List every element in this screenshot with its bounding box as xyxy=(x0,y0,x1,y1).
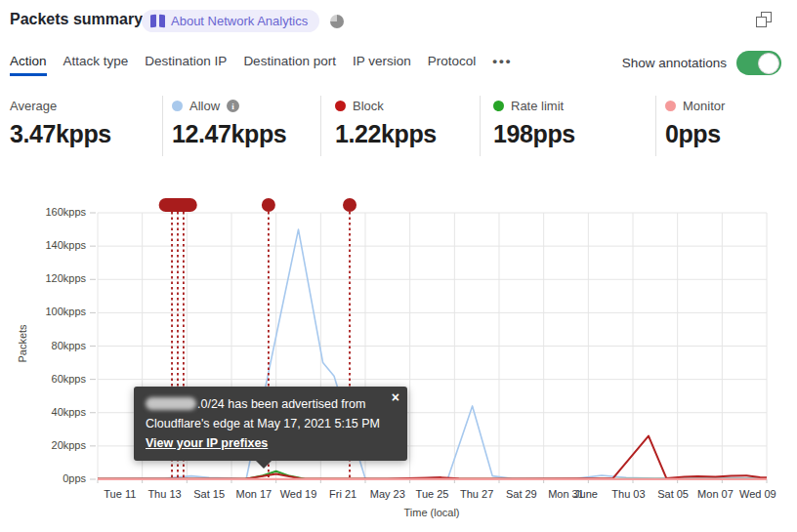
stat-divider xyxy=(320,96,321,156)
stat-value: 3.47kpps xyxy=(10,120,111,148)
y-tick-label: 60kpps xyxy=(52,373,86,385)
stat-rate-limit: Rate limit 198pps xyxy=(493,98,575,148)
stat-label: Block xyxy=(353,99,384,113)
stat-average: Average 3.47kpps xyxy=(10,98,111,148)
close-icon[interactable]: × xyxy=(392,389,399,406)
rate-limit-dot xyxy=(493,101,504,111)
stat-label: Average xyxy=(10,99,57,113)
show-annotations-control: Show annotations xyxy=(622,51,781,75)
about-network-analytics-badge[interactable]: About Network Analytics xyxy=(142,10,319,32)
tooltip-line2: Cloudflare's edge at May 17, 2021 5:15 P… xyxy=(146,414,382,433)
y-tick-label: 160kpps xyxy=(45,206,86,218)
x-tick-label: Wed 09 xyxy=(724,488,792,500)
y-tick-label: 0pps xyxy=(63,472,86,484)
stat-label: Allow xyxy=(189,99,220,113)
stat-value: 198pps xyxy=(493,120,575,148)
popout-window-icon[interactable] xyxy=(756,12,772,27)
y-tick-label: 140kpps xyxy=(45,239,86,251)
y-tick-label: 20kpps xyxy=(52,439,86,451)
page-title: Packets summary xyxy=(10,11,143,28)
tab-ip-version[interactable]: IP version xyxy=(353,54,411,76)
y-tick-label: 120kpps xyxy=(45,272,86,284)
view-ip-prefixes-link[interactable]: View your IP prefixes xyxy=(146,436,268,450)
packets-summary-panel: Packets summary About Network Analytics … xyxy=(0,0,797,532)
tooltip-line1: .0/24 has been advertised from xyxy=(146,394,382,414)
stat-divider xyxy=(480,96,481,156)
x-axis-title: Time (local) xyxy=(373,507,490,518)
annotation-marker-dot[interactable] xyxy=(262,198,275,212)
tooltip-tail xyxy=(255,460,273,469)
dimension-tabs: Action Attack type Destination IP Destin… xyxy=(10,54,512,76)
annotation-marker-pill[interactable] xyxy=(159,198,197,212)
tab-attack-type[interactable]: Attack type xyxy=(63,54,129,76)
tab-destination-ip[interactable]: Destination IP xyxy=(145,54,227,76)
annotation-marker-dot[interactable] xyxy=(343,198,357,212)
book-icon xyxy=(150,15,165,27)
pie-icon[interactable] xyxy=(330,15,344,28)
y-tick-label: 40kpps xyxy=(52,406,86,418)
tooltip-link-row: View your IP prefixes xyxy=(146,433,382,453)
tab-action[interactable]: Action xyxy=(10,54,47,76)
annotation-tooltip: × .0/24 has been advertised from Cloudfl… xyxy=(134,387,407,461)
block-dot xyxy=(335,101,346,111)
y-axis-title: Packets xyxy=(17,305,28,383)
stat-value: 0pps xyxy=(665,120,725,148)
stat-divider xyxy=(162,96,163,156)
show-annotations-label: Show annotations xyxy=(622,56,727,70)
stat-label: Rate limit xyxy=(511,99,564,113)
monitor-dot xyxy=(665,101,676,111)
redacted-ip-prefix xyxy=(146,397,196,410)
stat-label: Monitor xyxy=(683,99,725,113)
stat-divider xyxy=(655,96,656,156)
y-tick-label: 80kpps xyxy=(52,340,86,351)
toggle-knob xyxy=(758,53,779,74)
tab-more-ellipsis-icon[interactable]: ••• xyxy=(492,54,512,76)
stat-value: 12.47kpps xyxy=(172,120,286,148)
annotations-toggle[interactable] xyxy=(736,51,781,75)
tab-destination-port[interactable]: Destination port xyxy=(243,54,336,76)
badge-label: About Network Analytics xyxy=(171,14,308,28)
stat-value: 1.22kpps xyxy=(335,120,437,148)
tab-protocol[interactable]: Protocol xyxy=(428,54,477,76)
info-icon[interactable]: i xyxy=(227,100,239,112)
allow-dot xyxy=(172,101,183,111)
stat-allow: Allow i 12.47kpps xyxy=(172,98,286,148)
y-tick-label: 100kpps xyxy=(45,306,86,317)
stat-monitor: Monitor 0pps xyxy=(665,98,725,148)
stat-block: Block 1.22kpps xyxy=(335,98,437,148)
